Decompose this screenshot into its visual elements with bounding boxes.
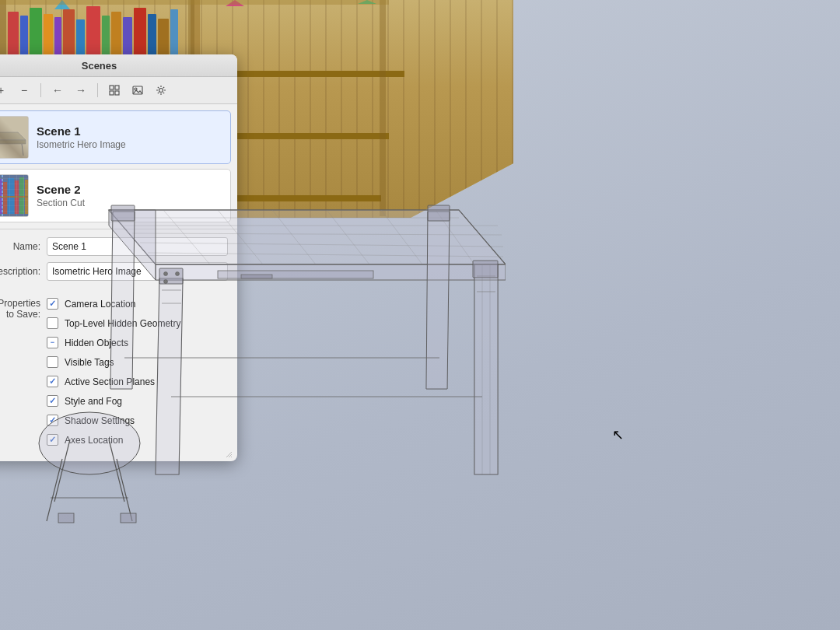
svg-rect-115 xyxy=(15,180,19,214)
move-right-button[interactable]: → xyxy=(72,82,89,99)
svg-point-98 xyxy=(135,88,137,90)
svg-line-87 xyxy=(117,459,132,521)
svg-marker-73 xyxy=(110,212,135,389)
toolbar-separator-2 xyxy=(97,83,98,97)
svg-rect-96 xyxy=(115,91,119,95)
scene-1-name: Scene 1 xyxy=(37,124,224,138)
svg-rect-76 xyxy=(159,268,183,284)
svg-rect-112 xyxy=(0,179,2,214)
svg-point-85 xyxy=(39,412,140,474)
panel-title: Scenes xyxy=(82,60,117,72)
svg-rect-91 xyxy=(58,513,74,523)
svg-point-99 xyxy=(159,89,163,93)
svg-rect-113 xyxy=(3,182,7,214)
svg-point-82 xyxy=(164,280,168,284)
remove-scene-button[interactable]: − xyxy=(16,82,33,99)
svg-marker-71 xyxy=(426,212,450,389)
svg-point-80 xyxy=(164,272,168,276)
move-left-button[interactable]: ← xyxy=(49,82,66,99)
add-scene-button[interactable]: + xyxy=(0,82,9,99)
svg-marker-102 xyxy=(0,140,26,144)
toolbar: ↻ + − ← → xyxy=(0,77,237,104)
toolbar-separator-1 xyxy=(40,83,41,97)
grid-view-button[interactable] xyxy=(106,82,123,99)
svg-marker-101 xyxy=(0,132,26,140)
svg-rect-77 xyxy=(473,261,498,278)
svg-rect-95 xyxy=(110,91,114,95)
scene-info-1: Scene 1 Isometric Hero Image xyxy=(37,124,224,150)
svg-point-81 xyxy=(176,272,180,276)
svg-marker-67 xyxy=(156,278,183,474)
panel-titlebar: Scenes xyxy=(0,54,237,77)
svg-rect-94 xyxy=(115,86,119,89)
svg-rect-92 xyxy=(121,513,136,523)
svg-line-86 xyxy=(47,459,62,521)
svg-rect-78 xyxy=(111,205,135,221)
settings-button[interactable] xyxy=(152,82,170,99)
svg-marker-61 xyxy=(474,264,498,474)
wireframe-table-svg xyxy=(23,148,506,560)
svg-rect-114 xyxy=(8,178,14,214)
image-button[interactable] xyxy=(129,82,146,99)
svg-rect-84 xyxy=(241,275,272,278)
svg-rect-79 xyxy=(428,205,450,221)
svg-rect-44 xyxy=(0,0,389,5)
svg-rect-93 xyxy=(110,86,114,89)
